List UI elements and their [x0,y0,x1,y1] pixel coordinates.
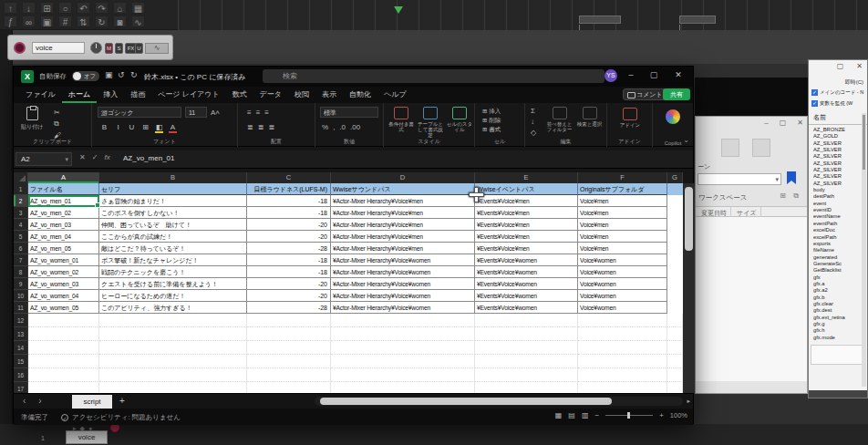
watch-variable[interactable]: event [813,201,861,207]
cell[interactable]: Voice¥men [578,231,667,243]
cell[interactable]: Wwiseイベントパス [475,183,578,195]
cell[interactable] [667,341,683,355]
watch-variable[interactable]: fileName [813,247,861,254]
cell[interactable]: Originalsサブフォルダ [578,183,667,195]
checkbox-checked-icon[interactable]: ✓ [811,89,818,96]
number-format-icon[interactable]: .00 [350,123,360,131]
vertical-scrollbar[interactable] [683,183,695,393]
dialog-file-list[interactable] [696,217,807,381]
tab-ヘルプ[interactable]: ヘルプ [377,87,413,103]
cell[interactable] [99,314,247,327]
dialog-filename-combo[interactable] [698,173,781,185]
bookmark-icon[interactable] [787,171,796,184]
add-sheet-button[interactable]: + [119,396,125,406]
cell[interactable] [331,314,475,327]
row-number[interactable]: 1 [14,183,28,195]
cell[interactable] [667,368,683,382]
watch-variable[interactable]: gfx.b [813,295,861,301]
cell[interactable] [28,355,99,368]
view-page-break-icon[interactable]: ▥ [582,411,589,419]
column-header-D[interactable]: D [331,172,475,183]
cell[interactable] [247,382,331,393]
cell[interactable] [578,382,667,393]
watch-scrollbar[interactable] [862,113,866,387]
cell[interactable]: Voice¥women [578,254,667,266]
font-button-4[interactable]: ◧ [154,123,164,131]
cell[interactable]: Voice¥women [578,278,667,290]
timeline-marker[interactable] [579,16,621,24]
dialog-minimize-button[interactable]: – [764,119,768,127]
daw-track-panel[interactable]: voice ∿ MSFXU [7,35,173,60]
cell[interactable]: 戦闘のテクニックを磨こう！ [99,266,247,278]
cell[interactable]: クエストを受ける前に準備を整えよう！ [99,278,247,290]
cell[interactable] [475,368,578,382]
horizontal-scrollbar[interactable] [315,397,683,406]
row-number[interactable]: 7 [14,254,28,266]
daw-tool-icon[interactable]: ↓ [22,2,36,14]
tab-ページ レイアウト[interactable]: ページ レイアウト [151,87,226,103]
cell[interactable]: -20 [247,278,331,290]
cell[interactable]: AZ_vo_women_02 [28,266,99,278]
cell[interactable]: このボスを倒すしかない！ [99,207,247,219]
cell[interactable]: ¥Events¥Voice¥women [475,266,578,278]
watch-variable[interactable]: AZ_SILVER [813,181,861,187]
cell[interactable] [578,327,667,341]
row-number[interactable]: 4 [14,219,28,231]
enter-icon[interactable]: ✓ [92,153,98,161]
addins-button[interactable]: アドイン [615,108,646,128]
cell[interactable] [667,290,683,302]
watch-variable[interactable]: gfx.g [813,321,861,327]
sheet-nav-arrows[interactable]: ‹› [23,396,55,406]
watch-variable[interactable]: generated [813,254,861,261]
cell[interactable]: ¥Events¥Voice¥men [475,219,578,231]
cell[interactable]: AZ_vo_men_03 [28,219,99,231]
watch-variable[interactable]: gfx.a [813,281,861,287]
cell[interactable]: ¥Actor-Mixer Hierarchy¥Voice¥women [331,266,475,278]
number-format-icon[interactable]: , [333,123,335,131]
cancel-icon[interactable]: ✕ [79,153,86,161]
watch-variable[interactable]: AZ_SILVER [813,140,861,147]
sheet-tab-script[interactable]: script [72,395,112,409]
cell[interactable] [247,355,331,368]
watch-close-button[interactable]: ✕ [856,62,863,70]
styles-button-1[interactable]: テーブルとして書式設定 [417,107,444,138]
paste-button[interactable]: 貼り付け [21,107,43,134]
watch-checkbox-1[interactable]: ✓ メインのコード - N [811,89,866,96]
scroll-right-icon[interactable]: ▸ [687,398,690,405]
cell[interactable]: -20 [247,219,331,231]
row-number[interactable]: 13 [14,327,28,341]
cell[interactable] [667,195,683,207]
cell[interactable] [99,368,247,382]
checkbox-checked-icon[interactable]: ✓ [811,100,818,107]
cell[interactable]: ¥Events¥Voice¥women [475,290,578,302]
daw-tool-icon[interactable]: ↑ [4,2,17,14]
dialog-view-icons[interactable]: ⊞ ⧉ [780,191,801,201]
cell[interactable]: ボス撃破！新たなチャレンジだ！ [99,254,247,266]
undo-icon[interactable]: ↺ [118,70,125,79]
cells-button-書式[interactable]: ⊞ 書式 [482,125,501,134]
cell[interactable] [99,355,247,368]
cell[interactable]: ¥Events¥Voice¥men [475,195,578,207]
cell[interactable]: -28 [247,302,331,314]
cell[interactable]: AZ_vo_men_02 [28,207,99,219]
cell[interactable]: ¥Events¥Voice¥men [475,207,578,219]
cell[interactable]: 仲間、困っているぞ 助けて！ [99,219,247,231]
cell[interactable]: AZ_vo_women_01 [28,254,99,266]
cell[interactable] [331,355,475,368]
zoom-slider[interactable] [605,415,653,416]
cell[interactable] [99,327,247,341]
cell[interactable]: -20 [247,290,331,302]
number-format-combo[interactable]: 標準 [320,107,378,118]
cell[interactable]: AZ_vo_men_01 [28,195,99,207]
cell[interactable] [667,266,683,278]
track-button-m[interactable]: M [105,43,113,54]
cell[interactable]: ¥Actor-Mixer Hierarchy¥Voice¥women [331,278,475,290]
cells-button-挿入[interactable]: ⊞ 挿入 [482,107,501,116]
row-number[interactable]: 14 [14,341,28,355]
tab-ホーム[interactable]: ホーム [62,87,97,103]
cell[interactable] [667,183,683,195]
cell[interactable]: ¥Actor-Mixer Hierarchy¥Voice¥women [331,290,475,302]
cell[interactable]: AZ_vo_women_05 [28,302,99,314]
cell[interactable]: このアビリティ、強力すぎる！ [99,302,247,314]
daw-tool-icon[interactable]: ⌂ [113,2,127,14]
